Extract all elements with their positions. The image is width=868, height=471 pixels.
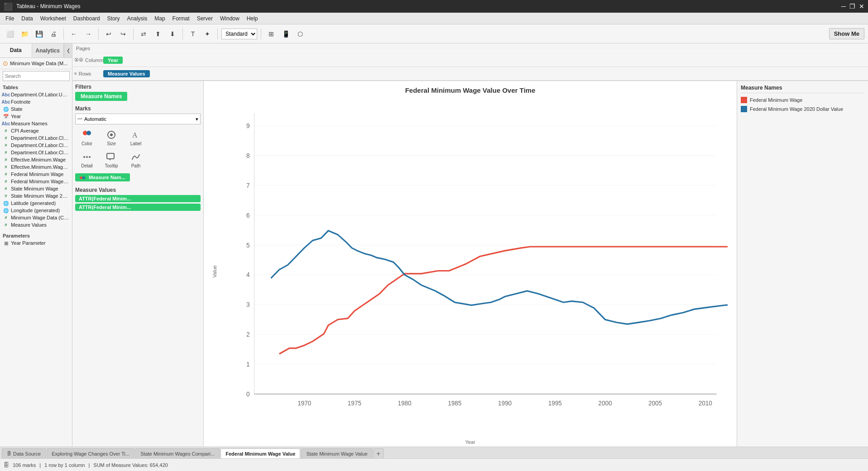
legend-red-icon: [741, 97, 747, 103]
marks-tooltip-btn[interactable]: Tooltip: [100, 149, 123, 170]
text-btn[interactable]: T: [187, 28, 199, 40]
sort-asc-btn[interactable]: ⬆: [152, 28, 164, 40]
field-fed-min-wage[interactable]: # Federal Minimum Wage: [0, 171, 72, 178]
svg-text:5: 5: [246, 242, 250, 248]
menu-story[interactable]: Story: [104, 14, 124, 23]
mv-pill-2[interactable]: ATTR(Federal Minim...: [75, 204, 201, 211]
datasource-icon: ⊙: [3, 60, 8, 67]
field-dept-cle1[interactable]: # Department.Of.Labor.Cle...: [0, 134, 72, 142]
fit-btn[interactable]: ⊞: [265, 28, 278, 40]
menu-help[interactable]: Help: [243, 14, 262, 23]
star-btn[interactable]: ✦: [201, 28, 214, 40]
marks-icons-row: Color Size A Label: [75, 127, 201, 147]
field-measure-names[interactable]: Abc Measure Names: [0, 120, 72, 127]
globe-icon: 🌐: [3, 207, 9, 214]
chart-container: Value: [204, 96, 737, 447]
menu-map[interactable]: Map: [151, 14, 168, 23]
add-sheet-btn[interactable]: +: [374, 448, 384, 458]
restore-btn[interactable]: ❐: [849, 3, 855, 10]
svg-text:1975: 1975: [348, 400, 361, 407]
field-lon[interactable]: 🌐 Longitude (generated): [0, 207, 72, 214]
rows-measure-values-pill[interactable]: Measure Values: [103, 70, 150, 77]
sheet-tab-datasource[interactable]: 🗄 Data Source: [2, 448, 46, 458]
new-btn[interactable]: ⬜: [4, 28, 16, 40]
redo-btn[interactable]: ↪: [117, 28, 129, 40]
color-icon: [81, 128, 93, 141]
standard-dropdown[interactable]: Standard: [221, 29, 257, 39]
field-eff-min-wage[interactable]: # Effective.Minimum.Wage: [0, 156, 72, 163]
collapse-panel-btn[interactable]: ❮: [64, 43, 72, 57]
filter-measure-names-pill[interactable]: Measure Names: [75, 92, 127, 101]
menu-server[interactable]: Server: [193, 14, 216, 23]
print-btn[interactable]: 🖨: [47, 28, 60, 40]
menu-data[interactable]: Data: [18, 14, 36, 23]
search-input[interactable]: [3, 71, 70, 81]
svg-point-11: [82, 176, 85, 179]
sort-desc-btn[interactable]: ⬇: [166, 28, 179, 40]
columns-label: Columns: [85, 57, 105, 63]
legend-item-red[interactable]: Federal Minimum Wage: [741, 97, 864, 103]
field-state-min-wage[interactable]: # State Minimum Wage: [0, 185, 72, 192]
sheet-tab-fed-min-val[interactable]: Federal Minimum Wage Value: [221, 448, 300, 458]
menu-format[interactable]: Format: [169, 14, 193, 23]
field-measure-values[interactable]: # Measure Values: [0, 221, 72, 228]
device-btn[interactable]: 📱: [279, 28, 292, 40]
menu-dashboard[interactable]: Dashboard: [70, 14, 104, 23]
field-year-param[interactable]: ▣ Year Parameter: [0, 239, 72, 247]
field-dept-cle2[interactable]: # Department.Of.Labor.Cle...: [0, 142, 72, 149]
data-tab[interactable]: Data: [0, 43, 32, 57]
field-state[interactable]: 🌐 State: [0, 105, 72, 113]
menu-file[interactable]: File: [2, 14, 18, 23]
field-year[interactable]: 📅 Year: [0, 113, 72, 120]
sheet-tab-state-min-val[interactable]: State Minimum Wage Value: [301, 448, 372, 458]
marks-color-btn[interactable]: Color: [75, 127, 99, 147]
field-eff-min-wage2[interactable]: # Effective.Minimum.Wage...: [0, 163, 72, 171]
svg-point-6: [86, 156, 88, 158]
marks-measure-names-pill[interactable]: Measure Nam...: [75, 173, 130, 181]
svg-text:2: 2: [246, 331, 250, 338]
share-btn[interactable]: ⬡: [294, 28, 307, 40]
app-logo: ⬛: [4, 2, 13, 11]
open-btn[interactable]: 📁: [18, 28, 31, 40]
menu-bar: File Data Worksheet Dashboard Story Anal…: [0, 13, 868, 24]
marks-type-dropdown[interactable]: 〰 Automatic ▾: [75, 114, 201, 124]
field-cpi[interactable]: # CPI Average: [0, 127, 72, 134]
menu-worksheet[interactable]: Worksheet: [37, 14, 70, 23]
forward-btn[interactable]: →: [82, 28, 95, 40]
field-state-min-wage2[interactable]: # State Minimum Wage 202...: [0, 192, 72, 200]
measure-icon: #: [3, 193, 9, 199]
color-label: Color: [82, 141, 92, 146]
measure-icon: #: [3, 186, 9, 192]
sep2: [98, 29, 99, 39]
field-lat[interactable]: 🌐 Latitude (generated): [0, 200, 72, 207]
menu-window[interactable]: Window: [216, 14, 243, 23]
columns-year-pill[interactable]: Year: [103, 57, 123, 64]
legend-item-blue[interactable]: Federal Minimum Wage 2020 Dollar Value: [741, 106, 864, 112]
marks-size-btn[interactable]: Size: [100, 127, 123, 147]
mv-pill-1[interactable]: ATTR(Federal Minim...: [75, 195, 201, 202]
menu-analysis[interactable]: Analysis: [124, 14, 151, 23]
sheet-tab-exploring[interactable]: Exploring Wage Changes Over Ti...: [47, 448, 134, 458]
measure-icon: #: [3, 142, 9, 148]
measure-icon: #: [3, 157, 9, 163]
analytics-tab[interactable]: Analytics: [32, 43, 64, 57]
show-me-button[interactable]: Show Me: [829, 28, 864, 39]
field-footnote[interactable]: Abc Footnote: [0, 98, 72, 105]
back-btn[interactable]: ←: [67, 28, 80, 40]
field-dept-labor-unc[interactable]: Abc Department.Of.Labor.Unc...: [0, 91, 72, 98]
marks-detail-btn[interactable]: Detail: [75, 149, 99, 170]
field-dept-cle3[interactable]: # Department.Of.Labor.Cle...: [0, 149, 72, 156]
datasource-name[interactable]: Minimum Wage Data (M...: [10, 61, 67, 66]
minimize-btn[interactable]: ─: [841, 3, 846, 10]
undo-btn[interactable]: ↩: [102, 28, 115, 40]
close-btn[interactable]: ✕: [859, 3, 864, 10]
svg-text:3: 3: [246, 301, 250, 308]
field-fed-min-wage2[interactable]: # Federal Minimum Wage 2...: [0, 178, 72, 185]
field-min-wage-count[interactable]: # Minimum Wage Data (Cou...: [0, 214, 72, 221]
marks-label-btn[interactable]: A Label: [124, 127, 148, 147]
columns-icon: ⦿⦿: [74, 57, 83, 62]
swap-btn[interactable]: ⇄: [137, 28, 150, 40]
save-btn[interactable]: 💾: [33, 28, 45, 40]
marks-path-btn[interactable]: Path: [124, 149, 148, 170]
sheet-tab-state-min[interactable]: State Minimum Wages Compari...: [135, 448, 220, 458]
